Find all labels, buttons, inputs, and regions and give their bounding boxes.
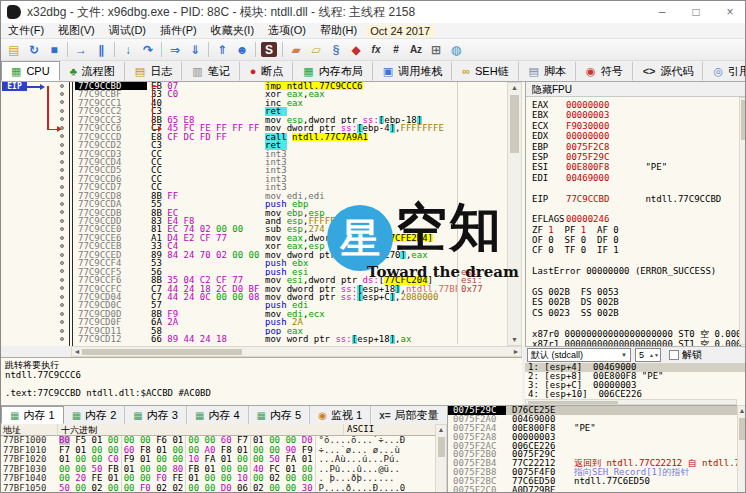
- tab-cpu[interactable]: ▦CPU: [1, 61, 60, 81]
- breakpoint-dot[interactable]: [60, 168, 64, 172]
- menu-item-p[interactable]: 插件(P): [153, 23, 204, 38]
- disasm-vscrollbar[interactable]: ▲ ▼: [507, 82, 522, 346]
- tab-watch[interactable]: ◉监视 1: [310, 406, 371, 424]
- tab-locals[interactable]: x=局部变量: [371, 406, 447, 424]
- flag-value[interactable]: 002B: [597, 297, 630, 307]
- menu-item-i[interactable]: 收藏夹(I): [204, 23, 261, 38]
- unlock-checkbox[interactable]: [669, 350, 679, 360]
- dump-tab-4[interactable]: ▦内存 4: [187, 406, 249, 424]
- breakpoint-dot[interactable]: [60, 337, 64, 341]
- stack-scroll-up-arrow[interactable]: ▲: [738, 407, 746, 415]
- breakpoint-dot[interactable]: [60, 295, 64, 299]
- breakpoint-dot[interactable]: [60, 236, 64, 240]
- az-icon[interactable]: Az: [406, 41, 426, 59]
- tab-references[interactable]: ◎引用: [703, 61, 746, 81]
- disasm-row[interactable]: 77C9CD1266 89 44 24 18mov word ptr ss:[e…: [1, 335, 525, 343]
- spinner-arrows-icon[interactable]: ▲▼: [649, 353, 660, 358]
- dump-tab-1[interactable]: ▦内存 1: [1, 406, 64, 424]
- run-to-user-code-icon[interactable]: ⇑: [212, 41, 232, 59]
- disasm-hscroll-thumb[interactable]: [82, 349, 242, 355]
- register-line[interactable]: EDX00000000: [532, 131, 746, 141]
- restart-icon[interactable]: ↻: [24, 41, 44, 59]
- register-value[interactable]: 00000003: [566, 110, 609, 120]
- register-line[interactable]: EFLAGS 00000246: [532, 214, 746, 224]
- registers-scroll-thumb[interactable]: [741, 100, 746, 140]
- argument-depth-spinner[interactable]: 5 ▲▼: [635, 348, 661, 362]
- scroll-right-arrow[interactable]: ►: [512, 348, 520, 356]
- register-line[interactable]: ESI00E800F8 "PE": [532, 162, 746, 172]
- run-icon[interactable]: →: [71, 41, 91, 59]
- breakpoint-dot[interactable]: [60, 109, 64, 113]
- attach-icon[interactable]: ☻: [232, 41, 252, 59]
- register-line[interactable]: EAX00000000: [532, 100, 746, 110]
- flag-value[interactable]: 1: [613, 245, 629, 255]
- menu-item-d[interactable]: 调试(D): [102, 23, 153, 38]
- scroll-up-arrow[interactable]: ▲: [508, 84, 521, 92]
- flag-value[interactable]: 0: [581, 245, 597, 255]
- ribbon-icon[interactable]: ◆: [346, 41, 366, 59]
- breakpoint-dot[interactable]: [60, 160, 64, 164]
- step-over-icon[interactable]: ↷: [138, 41, 158, 59]
- patch-icon[interactable]: ▰: [286, 41, 306, 59]
- execute-till-return-icon[interactable]: ⇒: [165, 41, 185, 59]
- register-line[interactable]: EBX00000003: [532, 110, 746, 120]
- flag-value[interactable]: 1: [548, 225, 564, 235]
- stack-scroll-thumb[interactable]: [739, 418, 746, 440]
- flag-value[interactable]: 002B: [548, 297, 581, 307]
- flag-value[interactable]: 1: [581, 225, 597, 235]
- menu-item-v[interactable]: 视图(V): [51, 23, 102, 38]
- scroll-down-arrow[interactable]: ▼: [508, 336, 521, 344]
- registers-scrollbar[interactable]: [739, 97, 746, 345]
- tab-script[interactable]: ▤脚本: [519, 61, 576, 81]
- flag-value[interactable]: 0053: [597, 287, 630, 297]
- memory-dump-pane[interactable]: 77BF1000B0 F5 01 0000 00 F6 0100 00 60 F…: [1, 436, 435, 493]
- breakpoint-dot[interactable]: [60, 219, 64, 223]
- breakpoint-dot[interactable]: [60, 261, 64, 265]
- stack-vscrollbar[interactable]: ▲: [737, 405, 746, 493]
- argument-row[interactable]: 4: [esp+10] 006CE226: [525, 390, 746, 399]
- close-button[interactable]: ×: [713, 1, 746, 23]
- dump-vscrollbar[interactable]: ▲: [435, 424, 447, 493]
- register-value[interactable]: F9030000: [566, 121, 609, 131]
- register-value[interactable]: 00E800F8: [566, 162, 640, 172]
- scroll-left-arrow[interactable]: ◄: [73, 348, 81, 356]
- dump-row[interactable]: 77BF105050 00 02 0000 F0 02 0200 00 D0 0…: [1, 484, 435, 493]
- stop-icon[interactable]: ■: [44, 41, 64, 59]
- flag-value[interactable]: 002B: [548, 287, 581, 297]
- flag-value[interactable]: 0: [548, 235, 564, 245]
- breakpoint-dot[interactable]: [60, 84, 64, 88]
- flag-value[interactable]: 0023: [548, 308, 581, 318]
- tab-seh[interactable]: ∞SEH链: [452, 61, 518, 81]
- paperclip-icon[interactable]: §: [326, 41, 346, 59]
- menu-item-h[interactable]: 帮助(H): [313, 23, 364, 38]
- calling-convention-select[interactable]: 默认 (stdcall) ▼: [527, 348, 631, 362]
- open-file-icon[interactable]: ▤: [4, 41, 24, 59]
- fx-icon[interactable]: fx: [366, 41, 386, 59]
- tab-breakpoints[interactable]: ●断点: [240, 61, 294, 81]
- tab-symbols[interactable]: ◉符号: [576, 61, 633, 81]
- maximize-button[interactable]: □: [679, 1, 713, 23]
- breakpoint-dot[interactable]: [60, 143, 64, 147]
- hash-icon[interactable]: #: [386, 41, 406, 59]
- dump-tab-2[interactable]: ▦内存 2: [64, 406, 126, 424]
- breakpoint-dot[interactable]: [60, 202, 64, 206]
- menu-item-f[interactable]: 文件(F): [1, 23, 51, 38]
- minimize-button[interactable]: –: [645, 1, 679, 23]
- flag-value[interactable]: 0: [548, 245, 564, 255]
- step-out-icon[interactable]: ⇓: [185, 41, 205, 59]
- tab-source[interactable]: <>源代码: [633, 61, 704, 81]
- stack-row[interactable]: 0075F2C0A0D729BE: [448, 486, 746, 493]
- dump-tab-5[interactable]: ▦内存 5: [249, 406, 311, 424]
- tab-graph[interactable]: ♣流程图: [60, 61, 125, 81]
- dump-scroll-up-arrow[interactable]: ▲: [436, 426, 446, 434]
- register-line[interactable]: EBP0075F2C8: [532, 142, 746, 152]
- register-value[interactable]: 00000000: [566, 131, 609, 141]
- seh-chain-icon[interactable]: S: [261, 42, 277, 57]
- flag-value[interactable]: 0: [581, 235, 597, 245]
- globe-icon[interactable]: ◍: [446, 41, 466, 59]
- tab-call-stack[interactable]: ▣调用堆栈: [373, 61, 452, 81]
- breakpoint-dot[interactable]: [60, 312, 64, 316]
- register-line[interactable]: EIP77C9CCBD ntdll.77C9CCBD: [532, 194, 746, 204]
- calculator-icon[interactable]: ⊞: [426, 41, 446, 59]
- dump-tab-3[interactable]: ▦内存 3: [125, 406, 187, 424]
